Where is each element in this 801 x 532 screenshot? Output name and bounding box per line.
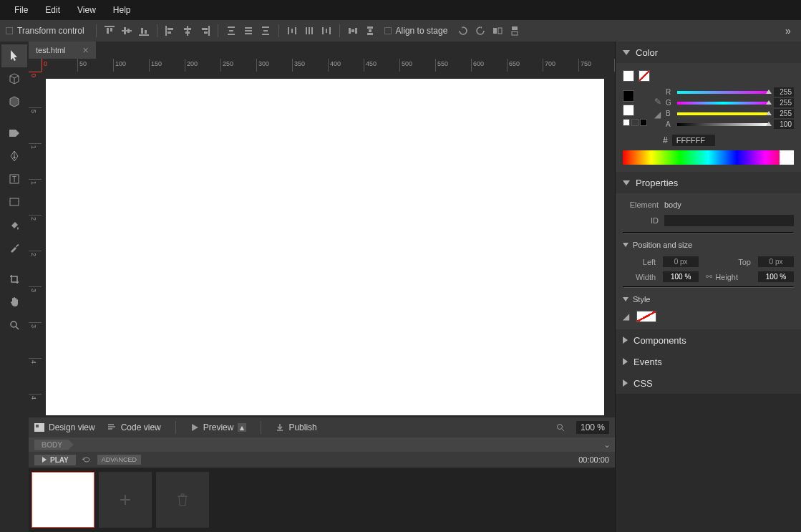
left-input[interactable] [663, 256, 699, 267]
svg-rect-15 [208, 26, 210, 36]
distribute-hcenter-icon[interactable] [302, 24, 316, 38]
align-right-icon[interactable] [198, 24, 212, 38]
color-chip-white[interactable] [623, 105, 634, 116]
transform-control-toggle[interactable]: Transform control [6, 26, 84, 36]
breadcrumb-body[interactable]: BODY [34, 440, 74, 450]
svg-line-51 [16, 327, 19, 329]
stroke-swatch[interactable] [639, 70, 650, 82]
menu-file[interactable]: File [6, 5, 37, 15]
alpha-slider[interactable] [677, 123, 770, 126]
distribute-vcenter-icon[interactable] [241, 24, 256, 38]
vertical-ruler[interactable]: 0 511 223 344 [29, 72, 42, 417]
loop-icon[interactable] [82, 455, 92, 464]
dropdown-icon[interactable]: ▴ [238, 423, 246, 432]
select-tool[interactable] [1, 44, 27, 67]
svg-rect-0 [105, 26, 115, 27]
crop-tool[interactable] [1, 268, 27, 291]
rotate-ccw-icon[interactable] [473, 24, 487, 38]
pencil-icon[interactable]: ✎ [654, 97, 661, 107]
mini-chip[interactable] [623, 119, 630, 126]
style-fill-swatch[interactable] [636, 311, 656, 322]
preview-button[interactable]: Preview ▴ [190, 422, 247, 432]
color-spectrum[interactable] [623, 150, 794, 165]
space-h-icon[interactable] [346, 24, 360, 38]
advanced-button[interactable]: ADVANCED [97, 455, 141, 465]
align-bottom-icon[interactable] [137, 24, 151, 38]
distribute-right-icon[interactable] [319, 24, 334, 38]
svg-rect-31 [309, 27, 310, 34]
text-tool[interactable]: T [1, 168, 27, 190]
align-top-icon[interactable] [102, 24, 117, 38]
ruler-corner [29, 59, 42, 72]
more-icon[interactable]: » [781, 24, 795, 38]
3d-translate-tool[interactable] [1, 90, 27, 113]
space-v-icon[interactable] [363, 24, 377, 38]
fill-icon[interactable]: ◢ [623, 311, 629, 321]
color-panel-header[interactable]: Color [616, 42, 801, 63]
horizontal-ruler[interactable]: 0 50100150 200250300 350400450 500550600… [42, 59, 615, 72]
alpha-value[interactable]: 100 [774, 120, 794, 129]
id-input[interactable] [664, 215, 794, 226]
menu-help[interactable]: Help [105, 5, 140, 15]
flip-h-icon[interactable] [490, 24, 505, 38]
keyframe-thumbnail[interactable] [31, 472, 94, 528]
align-hcenter-icon[interactable] [180, 24, 195, 38]
fill-swatch[interactable] [623, 70, 634, 82]
canvas[interactable] [46, 79, 604, 415]
align-left-icon[interactable] [163, 24, 178, 38]
hand-tool[interactable] [1, 291, 27, 314]
fill-tool[interactable] [1, 213, 27, 236]
code-view-button[interactable]: Code view [107, 422, 161, 432]
green-slider[interactable] [677, 102, 770, 105]
flip-v-icon[interactable] [508, 24, 522, 38]
rotate-cw-icon[interactable] [456, 24, 470, 38]
play-button[interactable]: PLAY [34, 455, 76, 465]
zoom-value[interactable]: 100 % [576, 421, 609, 434]
svg-rect-5 [127, 29, 130, 33]
rectangle-tool[interactable] [1, 190, 27, 213]
tag-tool[interactable] [1, 122, 27, 145]
delete-keyframe-button[interactable] [156, 472, 209, 528]
expand-icon[interactable]: ⌄ [603, 440, 611, 450]
link-icon[interactable]: ⚯ [706, 272, 712, 281]
svg-rect-9 [165, 26, 167, 36]
hex-input[interactable] [672, 135, 715, 146]
distribute-left-icon[interactable] [285, 24, 299, 38]
style-header[interactable]: Style [623, 292, 794, 306]
distribute-top-icon[interactable] [224, 24, 238, 38]
menu-edit[interactable]: Edit [37, 5, 69, 15]
align-to-stage-toggle[interactable]: Align to stage [384, 26, 448, 36]
blue-slider[interactable] [677, 112, 770, 115]
position-size-header[interactable]: Position and size [623, 238, 794, 252]
components-panel-header[interactable]: Components [616, 329, 801, 351]
publish-button[interactable]: Publish [276, 422, 316, 432]
document-tab[interactable]: test.html × [29, 42, 96, 59]
mini-chip-black[interactable] [640, 119, 647, 126]
red-slider[interactable] [677, 91, 770, 94]
mini-chip-none[interactable] [631, 119, 639, 126]
color-chip-black[interactable] [623, 90, 634, 102]
svg-rect-12 [187, 26, 188, 36]
green-value[interactable]: 255 [774, 98, 794, 107]
zoom-tool[interactable] [1, 314, 27, 337]
height-input[interactable] [758, 271, 794, 282]
width-input[interactable] [663, 271, 699, 282]
align-vcenter-icon[interactable] [120, 24, 134, 38]
bucket-icon[interactable]: ◢ [654, 110, 661, 120]
close-icon[interactable]: × [83, 44, 89, 56]
events-panel-header[interactable]: Events [616, 351, 801, 372]
add-keyframe-button[interactable]: + [99, 472, 152, 528]
svg-point-57 [557, 425, 562, 430]
menu-view[interactable]: View [69, 5, 105, 15]
design-view-button[interactable]: Design view [34, 422, 95, 432]
properties-panel-header[interactable]: Properties [616, 172, 801, 193]
svg-rect-45 [512, 32, 518, 35]
blue-value[interactable]: 255 [774, 109, 794, 118]
pen-tool[interactable] [1, 145, 27, 168]
3d-rotate-tool[interactable] [1, 67, 27, 90]
red-value[interactable]: 255 [774, 87, 794, 97]
distribute-bottom-icon[interactable] [258, 24, 273, 38]
css-panel-header[interactable]: CSS [616, 372, 801, 394]
top-input[interactable] [758, 256, 794, 267]
eyedropper-tool[interactable] [1, 236, 27, 259]
